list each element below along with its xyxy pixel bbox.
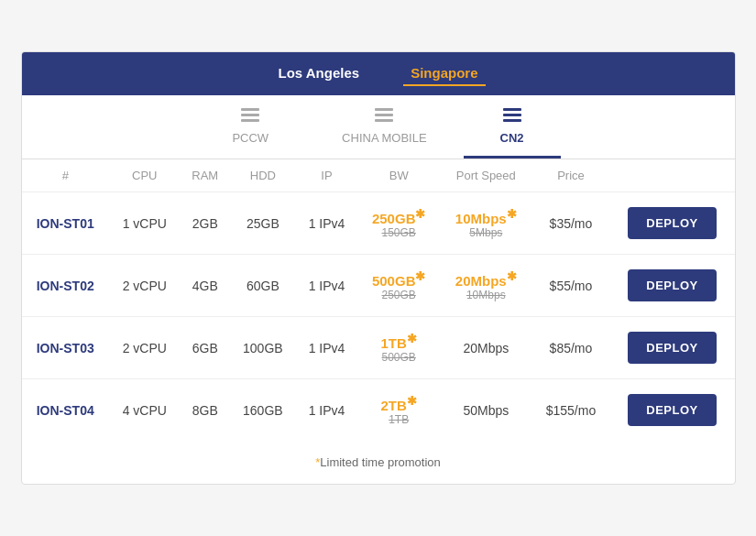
plan-ip: 1 IPv4 <box>296 317 357 379</box>
svg-rect-8 <box>503 119 521 122</box>
plan-hdd: 25GB <box>230 192 296 255</box>
svg-rect-1 <box>241 114 259 116</box>
col-bw: BW <box>357 159 440 192</box>
table-row: ION-ST011 vCPU2GB25GB1 IPv4 250GB✱ 150GB… <box>22 192 735 255</box>
plan-ip: 1 IPv4 <box>296 192 357 255</box>
speed-normal: 20Mbps <box>463 341 509 356</box>
plan-hdd: 160GB <box>230 379 296 442</box>
plan-cpu: 2 vCPU <box>109 317 181 379</box>
col-port-speed: Port Speed <box>440 159 531 192</box>
tab-cn2[interactable]: CN2 <box>464 95 561 159</box>
promo-text: Limited time promotion <box>320 455 441 469</box>
plan-speed: 20Mbps <box>440 317 531 379</box>
plan-price: $55/mo <box>531 255 609 317</box>
svg-rect-0 <box>241 108 259 111</box>
bw-original: 500GB <box>382 351 416 364</box>
network-tabs: PCCW CHINA MOBILE CN2 <box>22 95 735 159</box>
speed-promoted: 10Mbps✱ <box>455 207 517 226</box>
pccw-icon <box>239 106 261 127</box>
speed-promoted: 20Mbps✱ <box>455 269 517 289</box>
col-action <box>610 159 735 192</box>
bw-promoted: 2TB✱ <box>381 394 417 413</box>
china-mobile-label: CHINA MOBILE <box>342 131 426 145</box>
svg-rect-4 <box>375 114 393 116</box>
plan-cpu: 4 vCPU <box>109 379 181 442</box>
plan-id: ION-ST04 <box>22 379 109 442</box>
promo-note: *Limited time promotion <box>22 441 735 484</box>
bw-original: 1TB <box>389 413 409 426</box>
bw-promoted: 1TB✱ <box>381 332 417 351</box>
deploy-button-ion-st01[interactable]: DEPLOY <box>628 207 716 239</box>
deploy-cell: DEPLOY <box>610 255 735 317</box>
plan-bw: 1TB✱ 500GB <box>357 317 440 379</box>
plan-ram: 8GB <box>181 379 230 442</box>
svg-rect-5 <box>375 119 393 122</box>
table-row: ION-ST022 vCPU4GB60GB1 IPv4 500GB✱ 250GB… <box>22 255 735 317</box>
plan-speed: 10Mbps✱ 5Mbps <box>440 192 531 255</box>
china-mobile-icon <box>373 106 395 127</box>
plan-ram: 2GB <box>181 192 230 255</box>
deploy-button-ion-st03[interactable]: DEPLOY <box>628 332 716 364</box>
location-tabs: Los Angeles Singapore <box>22 52 735 95</box>
tab-china-mobile[interactable]: CHINA MOBILE <box>305 95 463 159</box>
col-ip: IP <box>296 159 357 192</box>
plan-id: ION-ST03 <box>22 317 109 379</box>
col-cpu: CPU <box>109 159 181 192</box>
plan-speed: 20Mbps✱ 10Mbps <box>440 255 531 317</box>
speed-original: 10Mbps <box>466 289 506 301</box>
plan-bw: 500GB✱ 250GB <box>357 255 440 317</box>
plan-cpu: 1 vCPU <box>109 192 181 255</box>
cn2-label: CN2 <box>500 131 524 145</box>
plan-hdd: 60GB <box>230 255 296 317</box>
svg-rect-3 <box>375 108 393 111</box>
plan-ram: 6GB <box>181 317 230 379</box>
plan-ram: 4GB <box>181 255 230 317</box>
deploy-cell: DEPLOY <box>610 317 735 379</box>
svg-rect-6 <box>503 108 521 111</box>
table-row: ION-ST032 vCPU6GB100GB1 IPv4 1TB✱ 500GB … <box>22 317 735 379</box>
col-hdd: HDD <box>230 159 296 192</box>
plan-price: $85/mo <box>531 317 609 379</box>
plan-id: ION-ST01 <box>22 192 109 255</box>
deploy-button-ion-st02[interactable]: DEPLOY <box>628 269 716 301</box>
table-row: ION-ST044 vCPU8GB160GB1 IPv4 2TB✱ 1TB 50… <box>22 379 735 442</box>
speed-original: 5Mbps <box>469 226 502 239</box>
plan-price: $155/mo <box>531 379 609 442</box>
deploy-button-ion-st04[interactable]: DEPLOY <box>628 394 716 426</box>
col-price: Price <box>531 159 609 192</box>
cn2-icon <box>501 106 523 127</box>
tab-pccw[interactable]: PCCW <box>195 95 305 159</box>
plan-id: ION-ST02 <box>22 255 109 317</box>
col-hash: # <box>22 159 109 192</box>
plan-bw: 2TB✱ 1TB <box>357 379 440 442</box>
bw-promoted: 500GB✱ <box>372 269 426 289</box>
plan-hdd: 100GB <box>230 317 296 379</box>
svg-rect-7 <box>503 114 521 116</box>
tab-singapore[interactable]: Singapore <box>403 61 485 86</box>
bw-original: 150GB <box>382 226 416 239</box>
pccw-label: PCCW <box>232 131 268 145</box>
plan-cpu: 2 vCPU <box>109 255 181 317</box>
speed-normal: 50Mbps <box>463 403 509 418</box>
plan-ip: 1 IPv4 <box>296 379 357 442</box>
pricing-container: Los Angeles Singapore PCCW CH <box>21 51 736 485</box>
tab-los-angeles[interactable]: Los Angeles <box>271 61 367 86</box>
bw-promoted: 250GB✱ <box>372 207 426 226</box>
svg-rect-2 <box>241 119 259 122</box>
col-ram: RAM <box>181 159 230 192</box>
pricing-table: # CPU RAM HDD IP BW Port Speed Price ION… <box>22 159 735 441</box>
plan-bw: 250GB✱ 150GB <box>357 192 440 255</box>
deploy-cell: DEPLOY <box>610 379 735 442</box>
plan-speed: 50Mbps <box>440 379 531 442</box>
plan-price: $35/mo <box>531 192 609 255</box>
plan-ip: 1 IPv4 <box>296 255 357 317</box>
deploy-cell: DEPLOY <box>610 192 735 255</box>
bw-original: 250GB <box>382 289 416 301</box>
